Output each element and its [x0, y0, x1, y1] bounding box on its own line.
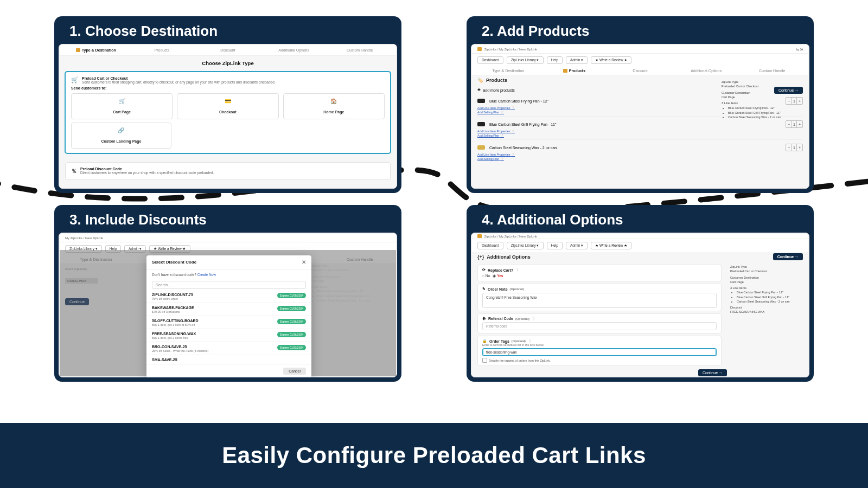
toolbar: Dashboard ZipLinks Library ▾ Help Admin … — [472, 54, 808, 67]
discount-item[interactable]: SMA-SAVE-25 — [146, 355, 311, 364]
add-line-item-props[interactable]: Add Line Item Properties ❔ — [472, 152, 808, 157]
admin-button[interactable]: Admin ▾ — [566, 242, 588, 249]
tab-products[interactable]: Products — [129, 48, 195, 52]
logo-icon — [477, 47, 482, 51]
discount-item[interactable]: BRO-CON-SAVE-2525% off Skala - What the … — [146, 342, 311, 355]
quantity-stepper[interactable]: −1+ — [786, 144, 803, 151]
cancel-button[interactable]: Cancel — [283, 368, 306, 375]
quantity-stepper[interactable]: −1+ — [786, 120, 803, 128]
dashboard-button[interactable]: Dashboard — [477, 242, 503, 249]
checkout-icon: 💳 — [180, 98, 276, 104]
admin-button[interactable]: Admin ▾ — [566, 56, 588, 64]
referral-input[interactable]: Referral code — [482, 322, 717, 330]
tab-discount[interactable]: Discount — [195, 48, 261, 52]
summary-sidebar: ZipLink Type Preloaded Cart or Checkout … — [722, 80, 803, 119]
write-review-button[interactable]: ★ Write a Review ★ — [591, 242, 631, 249]
product-row: Blue Carbon Steel Grill Frying Pan - 11"… — [472, 119, 808, 129]
help-button[interactable]: Help — [547, 56, 563, 64]
discount-item[interactable]: 50-OFF-CUTTING-BOARDBuy 1 item, get 1 it… — [146, 316, 311, 329]
add-selling-plan[interactable]: Add Selling Plan ❔ — [472, 157, 808, 161]
order-tags-input[interactable]: free-seasoning-wax — [482, 348, 717, 356]
panel-include-discounts: 3. Include Discounts My ZipLinks / New Z… — [54, 205, 401, 382]
breadcrumb: ZipLinks / My ZipLinks / New ZipLink — [472, 234, 808, 239]
home-icon: 🏠 — [286, 98, 382, 104]
summary-sidebar: ZipLink TypePreloaded Cart or Checkout C… — [727, 262, 808, 376]
close-icon[interactable]: ✕ — [302, 259, 306, 265]
tag-icon — [563, 69, 567, 73]
lock-icon: 🔒 — [482, 339, 487, 343]
product-thumb — [477, 145, 485, 150]
tab-custom-handle[interactable]: Custom Handle — [327, 48, 393, 52]
continue-button-bottom[interactable]: Continue → — [698, 369, 727, 376]
library-button[interactable]: ZipLinks Library ▾ — [507, 242, 544, 249]
note-icon: ✎ — [482, 287, 486, 291]
product-thumb — [477, 122, 485, 126]
discount-modal: Select Discount Code✕ Don't have a disco… — [146, 255, 311, 377]
add-line-item-props[interactable]: Add Line Item Properties ❔ — [472, 129, 808, 133]
discount-item[interactable]: FREE-SEASONING-WAXBuy 1 item, get 2 item… — [146, 329, 311, 342]
replace-cart-block: ⟳Replace Cart? ❔ ○ No ◉ Yes — [477, 265, 722, 281]
referral-icon: 🗣 — [482, 317, 486, 320]
tag-icon — [76, 48, 80, 52]
search-input[interactable]: Search... — [152, 281, 306, 289]
replace-cart-radio[interactable]: ○ No ◉ Yes — [482, 274, 717, 278]
breadcrumb: ZipLinks / My ZipLinks / New ZipLinkby J… — [472, 45, 808, 54]
panel-choose-destination: 1. Choose Destination Type & Destination… — [54, 16, 401, 193]
add-selling-plan[interactable]: Add Selling Plan ❔ — [472, 133, 808, 138]
product-row: Carbon Steel Seasoning Wax - 2 oz can −1… — [472, 143, 808, 152]
dest-custom-landing[interactable]: 🔗Custom Landing Page — [71, 123, 171, 149]
panel-title: 3. Include Discounts — [59, 209, 397, 233]
write-review-button[interactable]: ★ Write a Review ★ — [591, 56, 631, 64]
banner-text: Easily Configure Preloaded Cart Links — [222, 442, 646, 468]
wizard-tabs: Type & Destination Products Discount Add… — [60, 45, 396, 56]
toolbar: Dashboard ZipLinks Library ▾ Help Admin … — [472, 239, 808, 252]
preload-discount-card[interactable]: ％ Preload Discount Code Direct customers… — [65, 162, 391, 180]
panel-additional-options: 4. Additional Options ZipLinks / My ZipL… — [467, 205, 814, 382]
tab-type-destination[interactable]: Type & Destination — [63, 48, 129, 53]
breadcrumb: My ZipLinks / New ZipLink — [60, 234, 396, 242]
add-icon: ✚ — [477, 88, 481, 92]
help-button[interactable]: Help — [547, 242, 563, 249]
footer-banner: Easily Configure Preloaded Cart Links — [0, 423, 868, 488]
add-more-products[interactable]: add more products — [483, 88, 514, 92]
tab-type-destination[interactable]: Type & Destination — [475, 69, 541, 73]
order-note-input[interactable]: Congrats!!! Free Seasoning Wax — [482, 293, 717, 308]
logo-icon — [477, 234, 482, 238]
discount-item[interactable]: BAKEWARE-PACKAGE$79.00 off 3 productsExp… — [146, 303, 311, 316]
tab-additional-options[interactable]: Additional Options — [261, 48, 327, 52]
panel-add-products: 2. Add Products ZipLinks / My ZipLinks /… — [467, 16, 814, 193]
dest-cart-page[interactable]: 🛒Cart Page — [71, 93, 173, 119]
braces-icon: {+} — [477, 254, 484, 260]
replace-icon: ⟳ — [482, 268, 486, 272]
tab-custom-handle[interactable]: Custom Handle — [739, 69, 805, 73]
dest-home-page[interactable]: 🏠Home Page — [283, 93, 385, 119]
tag-icon: 🏷️ — [477, 78, 483, 83]
order-note-block: ✎Order Note (Optional) Congrats!!! Free … — [477, 284, 722, 311]
cart-page-icon: 🛒 — [74, 98, 170, 104]
tab-products[interactable]: Products — [541, 69, 608, 73]
referral-block: 🗣Referral Code (Optional) ❔ Referral cod… — [477, 313, 722, 333]
tab-discount[interactable]: Discount — [607, 69, 673, 73]
discount-list: ZIPLINK-DISCOUNT-7575% off entire orderE… — [146, 290, 311, 364]
dashboard-button[interactable]: Dashboard — [477, 56, 503, 64]
panel-title: 1. Choose Destination — [59, 21, 397, 44]
continue-button[interactable]: Continue → — [773, 253, 803, 260]
disable-tagging-checkbox[interactable]: Disable the tagging of orders from this … — [482, 358, 717, 363]
discount-item[interactable]: ZIPLINK-DISCOUNT-7575% off entire orderE… — [146, 290, 311, 303]
panel-title: 4. Additional Options — [471, 209, 809, 233]
order-tags-block: 🔒Order Tags (Optional) ❔ Enter a comma s… — [477, 336, 722, 366]
product-thumb — [477, 99, 485, 103]
library-button[interactable]: ZipLinks Library ▾ — [507, 56, 544, 64]
choose-type-heading: Choose ZipLink Type — [60, 56, 396, 67]
dest-checkout[interactable]: 💳Checkout — [177, 93, 278, 119]
link-icon: 🔗 — [74, 127, 169, 133]
tab-additional-options[interactable]: Additional Options — [673, 69, 739, 73]
avatar: by JA — [796, 48, 803, 51]
preload-cart-card[interactable]: 🛒 Preload Cart or Checkout Send customer… — [65, 72, 391, 153]
create-discount-link[interactable]: Create Now — [197, 273, 216, 277]
panel-title: 2. Add Products — [471, 21, 809, 44]
cart-icon: 🛒 — [71, 76, 79, 84]
percent-icon: ％ — [71, 167, 77, 175]
